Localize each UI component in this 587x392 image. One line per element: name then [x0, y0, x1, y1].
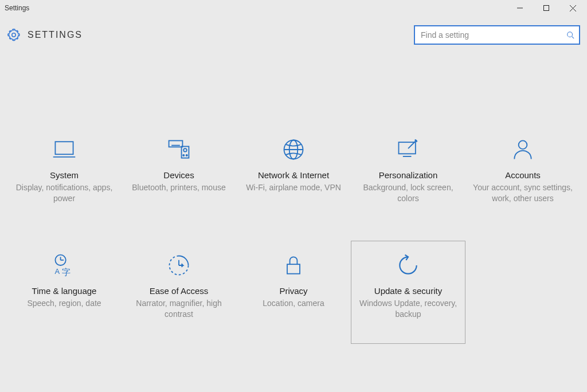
tile-subtitle: Narrator, magnifier, high contrast: [128, 298, 230, 320]
tile-ease-of-access[interactable]: Ease of Access Narrator, magnifier, high…: [122, 241, 236, 344]
tile-title: System: [50, 170, 79, 180]
tile-devices[interactable]: Devices Bluetooth, printers, mouse: [122, 125, 236, 228]
svg-point-24: [183, 148, 187, 152]
tile-subtitle: Location, camera: [263, 298, 324, 309]
header-left: SETTINGS: [7, 28, 83, 42]
window-title: Settings: [5, 4, 29, 12]
tile-privacy[interactable]: Privacy Location, camera: [236, 241, 351, 344]
tile-accounts[interactable]: Accounts Your account, sync settings, wo…: [465, 125, 580, 228]
svg-rect-9: [169, 140, 183, 147]
tile-update-security[interactable]: Update & security Windows Update, recove…: [351, 241, 465, 344]
svg-rect-1: [544, 6, 549, 11]
tile-subtitle: Bluetooth, printers, mouse: [132, 182, 225, 193]
header: SETTINGS: [0, 16, 587, 45]
page-title: SETTINGS: [28, 30, 83, 40]
tile-subtitle: Your account, sync settings, work, other…: [472, 182, 574, 204]
maximize-button[interactable]: [533, 0, 559, 16]
personalization-icon: [396, 137, 421, 162]
svg-point-26: [186, 155, 187, 156]
maximize-icon: [543, 5, 549, 11]
tile-subtitle: Speech, region, date: [27, 298, 101, 309]
svg-point-5: [568, 32, 573, 37]
globe-icon: [281, 137, 306, 162]
tile-time-language[interactable]: A 字 Time & language Speech, region, date: [7, 241, 122, 344]
svg-rect-39: [287, 264, 300, 274]
ease-of-access-icon: [166, 253, 191, 278]
svg-point-32: [519, 140, 527, 149]
svg-point-4: [12, 33, 15, 37]
search-icon: [566, 31, 574, 39]
tile-grid: System Display, notifications, apps, pow…: [0, 125, 587, 344]
tile-title: Privacy: [279, 286, 307, 296]
titlebar: Settings: [0, 0, 587, 16]
tile-title: Time & language: [32, 286, 97, 296]
tile-title: Personalization: [379, 170, 438, 180]
display-icon: [52, 137, 77, 162]
tile-title: Network & Internet: [258, 170, 329, 180]
lock-icon: [281, 253, 306, 278]
search-input[interactable]: [420, 26, 566, 44]
tile-title: Devices: [163, 170, 194, 180]
tile-title: Ease of Access: [150, 286, 209, 296]
window-controls: [507, 0, 586, 16]
tile-network[interactable]: Network & Internet Wi-Fi, airplane mode,…: [236, 125, 351, 228]
tile-subtitle: Windows Update, recovery, backup: [357, 298, 459, 320]
tile-personalization[interactable]: Personalization Background, lock screen,…: [351, 125, 465, 228]
svg-text:A: A: [55, 267, 60, 276]
minimize-button[interactable]: [507, 0, 533, 16]
close-icon: [570, 5, 576, 11]
tile-subtitle: Wi-Fi, airplane mode, VPN: [246, 182, 341, 193]
close-button[interactable]: [559, 0, 586, 16]
search-box[interactable]: [414, 25, 580, 45]
tile-subtitle: Background, lock screen, colors: [357, 182, 459, 204]
tile-subtitle: Display, notifications, apps, power: [13, 182, 115, 204]
svg-line-6: [572, 37, 574, 39]
time-language-icon: A 字: [52, 253, 77, 278]
minimize-icon: [517, 5, 523, 11]
tile-title: Update & security: [374, 286, 442, 296]
tile-system[interactable]: System Display, notifications, apps, pow…: [7, 125, 122, 228]
svg-rect-7: [55, 142, 73, 154]
svg-text:字: 字: [62, 268, 71, 277]
gear-icon: [7, 28, 21, 42]
update-icon: [396, 253, 421, 278]
devices-icon: [166, 137, 191, 162]
svg-point-25: [183, 155, 184, 156]
person-icon: [510, 137, 535, 162]
tile-title: Accounts: [505, 170, 541, 180]
